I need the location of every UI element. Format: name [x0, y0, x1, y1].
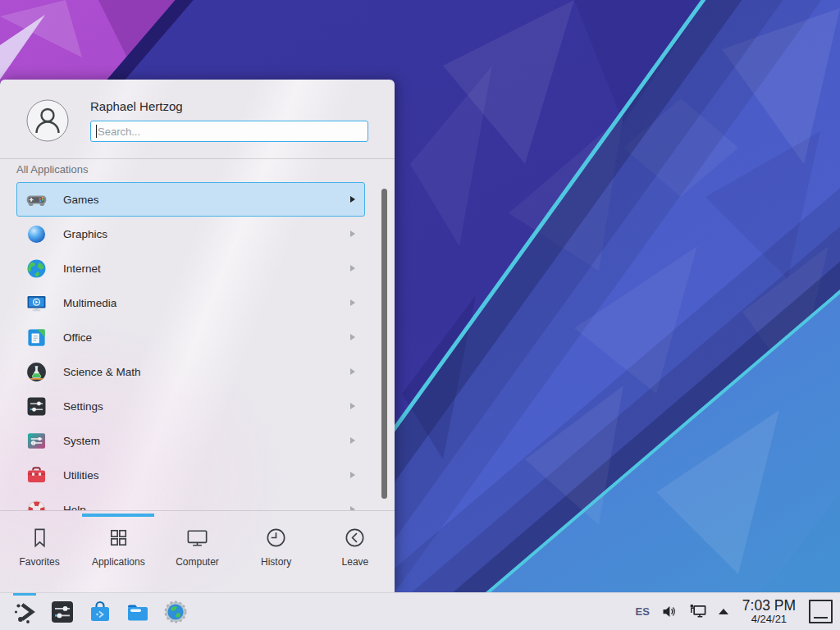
flask-icon [25, 361, 48, 383]
keyboard-layout-indicator[interactable]: ES [635, 605, 649, 618]
user-avatar-icon [26, 99, 69, 142]
expand-tray-button[interactable] [718, 608, 729, 615]
header-right: Raphael Hertzog [90, 99, 368, 145]
category-label: Internet [63, 262, 101, 275]
category-label: Science & Math [63, 366, 141, 378]
category-label: Office [63, 331, 92, 344]
clock-icon [263, 525, 289, 550]
category-row-help[interactable]: Help [16, 492, 365, 510]
user-avatar[interactable] [26, 99, 69, 142]
tab-favorites[interactable]: Favorites [0, 525, 79, 592]
system-settings-icon [49, 599, 75, 625]
computer-icon [185, 525, 210, 550]
tab-applications[interactable]: Applications [79, 525, 158, 592]
submenu-arrow-icon [349, 402, 356, 410]
toolbox-icon [25, 464, 48, 486]
application-launcher-button[interactable] [6, 593, 43, 630]
launcher-header: Raphael Hertzog [26, 99, 368, 145]
clock-date: 4/24/21 [751, 613, 787, 625]
tab-computer[interactable]: Computer [158, 525, 236, 592]
submenu-arrow-icon [349, 333, 356, 341]
tab-leave[interactable]: Leave [316, 525, 395, 592]
active-tab-indicator [82, 514, 154, 517]
bookmark-icon [27, 525, 52, 550]
category-row-science-math[interactable]: Science & Math [16, 354, 365, 389]
submenu-arrow-icon [349, 299, 356, 307]
tab-label: Applications [92, 556, 145, 568]
sliders-color-icon [25, 430, 48, 452]
network-icon [688, 602, 707, 621]
category-label: Settings [63, 400, 103, 413]
lifering-icon [25, 499, 48, 511]
grid-icon [106, 525, 131, 550]
section-label: All Applications [16, 163, 88, 176]
application-launcher-icon [11, 599, 38, 625]
volume-button[interactable] [660, 603, 678, 620]
application-launcher-menu: Raphael Hertzog All Applications [0, 80, 395, 592]
globe-icon [25, 258, 48, 280]
show-desktop-button[interactable] [809, 600, 833, 623]
leave-circle-icon [342, 525, 368, 550]
submenu-arrow-icon [349, 368, 356, 376]
category-row-internet[interactable]: Internet [16, 251, 365, 285]
search-input[interactable] [90, 121, 368, 142]
monitor-play-icon [25, 292, 48, 314]
file-manager-button[interactable] [119, 593, 157, 630]
text-caret [96, 125, 97, 138]
search-wrap [90, 121, 368, 142]
taskbar-launchers [0, 593, 194, 630]
sphere-icon [25, 223, 48, 245]
submenu-arrow-icon [349, 195, 356, 203]
web-browser-icon [162, 599, 189, 625]
tab-label: Leave [342, 556, 369, 568]
desktop: Raphael Hertzog All Applications [0, 0, 840, 630]
category-row-games[interactable]: Games [16, 182, 365, 217]
clock-time: 7:03 PM [742, 598, 796, 613]
category-row-settings[interactable]: Settings [16, 389, 365, 423]
category-row-graphics[interactable]: Graphics [16, 217, 365, 251]
submenu-arrow-icon [349, 264, 356, 272]
category-row-utilities[interactable]: Utilities [16, 458, 365, 492]
sliders-dark-icon [25, 395, 48, 418]
tab-label: History [261, 556, 291, 568]
category-label: Help [63, 504, 86, 511]
digital-clock[interactable]: 7:03 PM 4/24/21 [742, 598, 796, 625]
category-row-system[interactable]: System [16, 423, 365, 458]
submenu-arrow-icon [349, 230, 356, 238]
caret-up-icon [718, 608, 729, 615]
gamepad-icon [25, 189, 48, 211]
document-icon [25, 326, 48, 349]
file-manager-icon [125, 599, 151, 625]
category-label: Utilities [63, 469, 99, 482]
submenu-arrow-icon [349, 471, 356, 479]
discover-store-button[interactable] [81, 593, 119, 630]
tab-history[interactable]: History [237, 525, 316, 592]
discover-store-icon [87, 599, 113, 625]
web-browser-button[interactable] [157, 593, 194, 630]
launcher-tab-bar: Favorites Applications [0, 510, 395, 592]
taskbar-panel: ES [0, 592, 840, 630]
category-label: Games [63, 194, 99, 206]
network-button[interactable] [688, 602, 707, 621]
category-label: Multimedia [63, 297, 116, 309]
category-label: Graphics [63, 228, 107, 240]
system-settings-button[interactable] [43, 593, 81, 630]
category-label: System [63, 435, 100, 447]
volume-icon [660, 603, 678, 620]
tab-label: Favorites [19, 556, 59, 568]
application-category-list: Games Graphics [0, 182, 395, 510]
category-row-multimedia[interactable]: Multimedia [16, 285, 365, 320]
system-tray: ES [635, 598, 840, 625]
header-separator [0, 158, 395, 159]
list-scrollbar[interactable] [381, 189, 387, 499]
category-row-office[interactable]: Office [16, 320, 365, 354]
submenu-arrow-icon [349, 436, 356, 445]
user-name: Raphael Hertzog [90, 99, 368, 114]
tab-label: Computer [176, 556, 219, 568]
